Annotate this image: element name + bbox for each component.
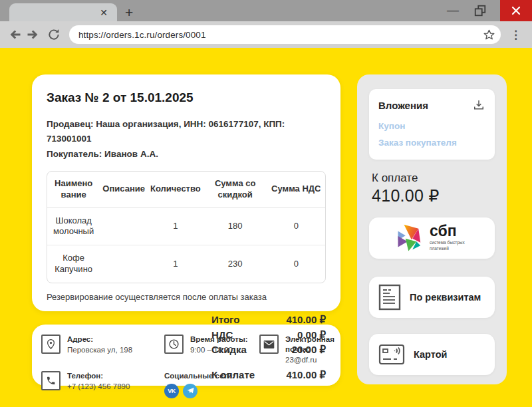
phone-label: Телефон: bbox=[67, 371, 130, 381]
amount-due-label: К оплате bbox=[372, 172, 495, 185]
minimize-icon[interactable]: — bbox=[447, 8, 459, 13]
envelope-icon bbox=[259, 335, 279, 354]
sbp-wordmark: сбп bbox=[430, 222, 457, 239]
vk-icon[interactable]: VK bbox=[164, 384, 179, 398]
contact-social: Социальные сети: VK bbox=[164, 371, 259, 398]
payment-sidebar: Вложения Купон Заказ покупателя К оплате… bbox=[357, 74, 507, 384]
contact-address: Адрес: Перовская ул, 198 bbox=[41, 335, 164, 365]
cell-vat-sum: 0 bbox=[267, 245, 325, 283]
location-pin-icon bbox=[41, 335, 61, 354]
pay-by-requisites-button[interactable]: По реквизитам bbox=[369, 277, 495, 318]
sbp-pay-button[interactable]: сбп система быстрых платежей bbox=[369, 217, 495, 259]
back-icon[interactable] bbox=[7, 26, 24, 43]
seller-line: Продавец: Наша организация, ИНН: 0616177… bbox=[47, 117, 326, 147]
column-header-discount-sum: Сумма со скидкой bbox=[203, 172, 267, 208]
cell-description bbox=[100, 208, 148, 246]
table-row: Шоколад молочный 1 180 0 bbox=[47, 208, 325, 246]
attachments-card: Вложения Купон Заказ покупателя bbox=[369, 89, 495, 160]
page-title: Заказ № 2 от 15.01.2025 bbox=[47, 90, 326, 105]
pay-by-requisites-label: По реквизитам bbox=[410, 292, 481, 303]
total-value: 410.00 ₽ bbox=[286, 313, 326, 328]
due-value: 410.00 ₽ bbox=[286, 368, 326, 383]
window-close-icon[interactable] bbox=[500, 0, 532, 21]
order-page: Заказ № 2 от 15.01.2025 Продавец: Наша о… bbox=[0, 48, 532, 407]
cell-name: Шоколад молочный bbox=[47, 208, 100, 246]
new-tab-icon[interactable]: + bbox=[125, 5, 133, 19]
clock-icon bbox=[164, 335, 184, 354]
contact-phone: Телефон: +7 (123) 456 7890 bbox=[41, 371, 164, 398]
bookmark-star-icon[interactable] bbox=[483, 29, 495, 41]
restore-icon[interactable] bbox=[473, 4, 487, 17]
tab-close-icon[interactable]: ✕ bbox=[97, 7, 110, 19]
cell-description bbox=[100, 245, 148, 283]
pay-by-card-label: Картой bbox=[414, 349, 447, 360]
attachments-title: Вложения bbox=[378, 100, 428, 111]
cell-discount-sum: 230 bbox=[203, 245, 267, 283]
email-label: Электронная почта: bbox=[285, 335, 334, 354]
contact-email: Электронная почта: 23@df.ru bbox=[259, 335, 334, 365]
email-value: 23@df.ru bbox=[285, 355, 334, 365]
items-table: Наименование Описание Количество Сумма с… bbox=[47, 171, 326, 283]
phone-icon bbox=[41, 371, 61, 390]
order-card: Заказ № 2 от 15.01.2025 Продавец: Наша о… bbox=[32, 74, 340, 311]
phone-value: +7 (123) 456 7890 bbox=[67, 382, 130, 392]
cell-discount-sum: 180 bbox=[203, 208, 267, 246]
total-row: Итого 410.00 ₽ bbox=[211, 313, 326, 328]
sbp-logo-icon bbox=[397, 223, 425, 253]
hours-value: 9:00 – 18:00 bbox=[190, 345, 248, 355]
social-label: Социальные сети: bbox=[164, 371, 259, 381]
table-row: Кофе Капучино 1 230 0 bbox=[47, 245, 325, 283]
hours-label: Время работы: bbox=[190, 335, 248, 344]
cell-name: Кофе Капучино bbox=[47, 245, 100, 283]
reservation-note: Резервирование осуществляется после опла… bbox=[47, 292, 326, 302]
amount-due-value: 410.00 ₽ bbox=[372, 186, 495, 205]
browser-toolbar: https://orders.1c.ru/orders/0001 ⋮ bbox=[0, 21, 532, 48]
column-header-vat-sum: Сумма НДС bbox=[267, 172, 325, 208]
download-icon[interactable] bbox=[472, 98, 485, 112]
url-text[interactable]: https://orders.1c.ru/orders/0001 bbox=[78, 30, 483, 40]
column-header-quantity: Количество bbox=[148, 172, 203, 208]
attachment-link-coupon[interactable]: Купон bbox=[378, 118, 485, 135]
total-label: Итого bbox=[211, 313, 239, 328]
browser-tab-strip: ✕ + — bbox=[0, 0, 532, 21]
browser-menu-icon[interactable]: ⋮ bbox=[506, 28, 525, 42]
forward-icon[interactable] bbox=[24, 26, 41, 43]
document-icon bbox=[378, 284, 401, 311]
cell-quantity: 1 bbox=[148, 245, 203, 283]
cell-vat-sum: 0 bbox=[267, 208, 325, 246]
address-label: Адрес: bbox=[67, 335, 132, 344]
address-value: Перовская ул, 198 bbox=[67, 345, 132, 355]
contact-hours: Время работы: 9:00 – 18:00 bbox=[164, 335, 259, 365]
bank-card-icon bbox=[378, 344, 405, 365]
window-controls: — bbox=[447, 0, 532, 21]
column-header-description: Описание bbox=[100, 172, 148, 208]
cell-quantity: 1 bbox=[148, 208, 203, 246]
address-bar[interactable]: https://orders.1c.ru/orders/0001 bbox=[69, 25, 501, 44]
sbp-subtitle: система быстрых платежей bbox=[430, 240, 467, 252]
column-header-name: Наименование bbox=[47, 172, 100, 208]
telegram-icon[interactable] bbox=[183, 384, 198, 398]
browser-tab[interactable]: ✕ bbox=[9, 3, 117, 21]
attachment-link-buyer-order[interactable]: Заказ покупателя bbox=[378, 135, 485, 152]
refresh-icon[interactable] bbox=[45, 26, 63, 43]
pay-by-card-button[interactable]: Картой bbox=[369, 334, 495, 375]
buyer-line: Покупатель: Иванов А.А. bbox=[47, 147, 326, 162]
